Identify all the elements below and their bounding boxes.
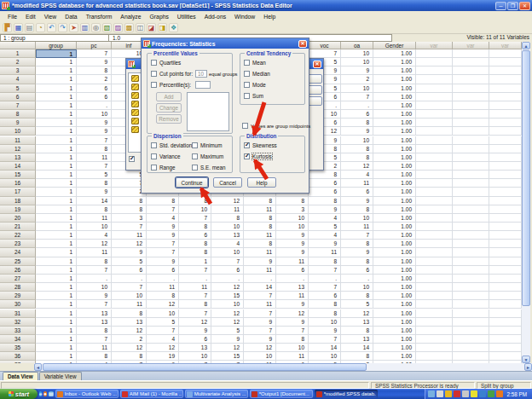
taskbar-button-multivariate-analysis[interactable]: Multivariate Analysis ... xyxy=(185,390,248,398)
cell[interactable]: 8 xyxy=(244,223,276,231)
cell-reference[interactable]: 1 : group xyxy=(0,34,109,42)
cell[interactable]: 1.00 xyxy=(373,275,416,283)
cell[interactable]: 12 xyxy=(211,344,244,352)
cell[interactable]: 10 xyxy=(341,49,373,58)
cell[interactable]: 1 xyxy=(36,223,77,231)
cell[interactable]: 1 xyxy=(36,318,77,327)
cell[interactable]: 7 xyxy=(341,93,373,101)
skewness-checkbox-box[interactable] xyxy=(244,142,250,148)
cell[interactable]: 1.00 xyxy=(373,171,416,179)
taskbar-button-modified-spss-datab[interactable]: *modified SPSS datab... xyxy=(315,390,378,398)
row-header-23[interactable]: 23 xyxy=(0,240,36,248)
cell[interactable]: 8 xyxy=(77,257,112,266)
row-header-31[interactable]: 31 xyxy=(0,309,36,318)
cell[interactable]: 10 xyxy=(341,58,373,66)
cell[interactable]: 6 xyxy=(341,266,373,275)
row-header-19[interactable]: 19 xyxy=(0,205,36,214)
cell[interactable]: 1 xyxy=(36,309,77,318)
cell[interactable] xyxy=(453,205,489,214)
cell[interactable]: 8 xyxy=(244,197,276,205)
row-header-25[interactable]: 25 xyxy=(0,257,36,266)
cell[interactable] xyxy=(489,223,522,231)
vertical-scroll-thumb[interactable] xyxy=(522,50,530,306)
cell[interactable]: 8 xyxy=(77,66,112,75)
maximum-checkbox-box[interactable] xyxy=(192,153,198,159)
cell[interactable] xyxy=(416,188,453,196)
menu-transform[interactable]: Transform xyxy=(82,13,117,20)
cell[interactable]: 1.00 xyxy=(373,335,416,344)
cell[interactable]: 6 xyxy=(309,179,341,188)
goto-case-icon[interactable]: ➤ xyxy=(69,23,78,32)
cell[interactable]: 9 xyxy=(77,127,112,136)
cell[interactable]: 1 xyxy=(36,119,77,127)
cell[interactable]: 8 xyxy=(341,205,373,214)
cell[interactable] xyxy=(489,119,522,127)
cell[interactable] xyxy=(453,84,489,93)
cell[interactable]: 1.00 xyxy=(373,231,416,240)
cell[interactable] xyxy=(416,179,453,188)
cell[interactable] xyxy=(453,49,489,58)
cell[interactable]: 6 xyxy=(341,188,373,196)
median-checkbox[interactable]: Median xyxy=(244,71,270,77)
cell[interactable]: 11 xyxy=(276,292,309,300)
cell[interactable]: . xyxy=(112,275,147,283)
cell[interactable]: 8 xyxy=(244,214,276,223)
cell[interactable] xyxy=(489,84,522,93)
cell[interactable]: 9 xyxy=(147,223,179,231)
cell[interactable]: 13 xyxy=(341,335,373,344)
cell[interactable]: 11 xyxy=(77,248,112,257)
row-header-21[interactable]: 21 xyxy=(0,223,36,231)
cell[interactable]: 7 xyxy=(147,248,179,257)
cell[interactable]: 12 xyxy=(112,327,147,335)
cell[interactable]: 10 xyxy=(309,352,341,361)
cell[interactable]: 14 xyxy=(77,197,112,205)
range-checkbox[interactable]: Range xyxy=(151,165,192,171)
cell[interactable]: 7 xyxy=(147,327,179,335)
tab-data-view[interactable]: Data View xyxy=(3,372,38,380)
cell[interactable]: 8 xyxy=(244,240,276,248)
cell[interactable] xyxy=(489,179,522,188)
tray-device-icon[interactable] xyxy=(462,390,469,397)
cell[interactable]: 7 xyxy=(77,162,112,171)
cell[interactable] xyxy=(489,145,522,153)
cell[interactable]: 11 xyxy=(244,205,276,214)
row-header-4[interactable]: 4 xyxy=(0,75,36,84)
cell[interactable]: 6 xyxy=(276,266,309,275)
cell[interactable]: 8 xyxy=(112,197,147,205)
cell[interactable]: 6 xyxy=(112,266,147,275)
print-icon[interactable]: ▤ xyxy=(25,23,34,32)
cell[interactable]: 11 xyxy=(276,257,309,266)
cell[interactable]: 7 xyxy=(77,266,112,275)
cell[interactable] xyxy=(453,127,489,136)
cell[interactable]: 5 xyxy=(341,300,373,309)
row-header-27[interactable]: 27 xyxy=(0,275,36,283)
cell[interactable]: 12 xyxy=(112,240,147,248)
cell[interactable]: 8 xyxy=(77,352,112,361)
cell[interactable] xyxy=(453,110,489,119)
cell[interactable]: 10 xyxy=(77,223,112,231)
tray-network-icon[interactable] xyxy=(428,390,435,397)
menu-utilities[interactable]: Utilities xyxy=(173,13,200,20)
cell[interactable] xyxy=(453,136,489,145)
cell[interactable]: 8 xyxy=(276,335,309,344)
cell[interactable]: 9 xyxy=(309,240,341,248)
cell[interactable]: . xyxy=(276,275,309,283)
sum-checkbox-box[interactable] xyxy=(244,93,250,99)
frequencies-dialog-checkbox[interactable] xyxy=(129,156,135,162)
cell[interactable] xyxy=(453,275,489,283)
cell[interactable] xyxy=(453,292,489,300)
cell[interactable]: 7 xyxy=(147,205,179,214)
column-header-var[interactable]: var xyxy=(489,42,522,49)
menu-graphs[interactable]: Graphs xyxy=(146,13,173,20)
cell[interactable]: 8 xyxy=(147,197,179,205)
cell[interactable]: 13 xyxy=(77,318,112,327)
cell[interactable] xyxy=(489,188,522,196)
range-checkbox-box[interactable] xyxy=(151,165,157,171)
cell[interactable] xyxy=(416,318,453,327)
cell[interactable] xyxy=(453,101,489,110)
mean-checkbox[interactable]: Mean xyxy=(244,60,270,66)
cell[interactable]: 11 xyxy=(77,344,112,352)
cell[interactable] xyxy=(453,248,489,257)
continue-button[interactable]: Continue xyxy=(176,177,208,188)
cell[interactable]: 9 xyxy=(341,248,373,257)
